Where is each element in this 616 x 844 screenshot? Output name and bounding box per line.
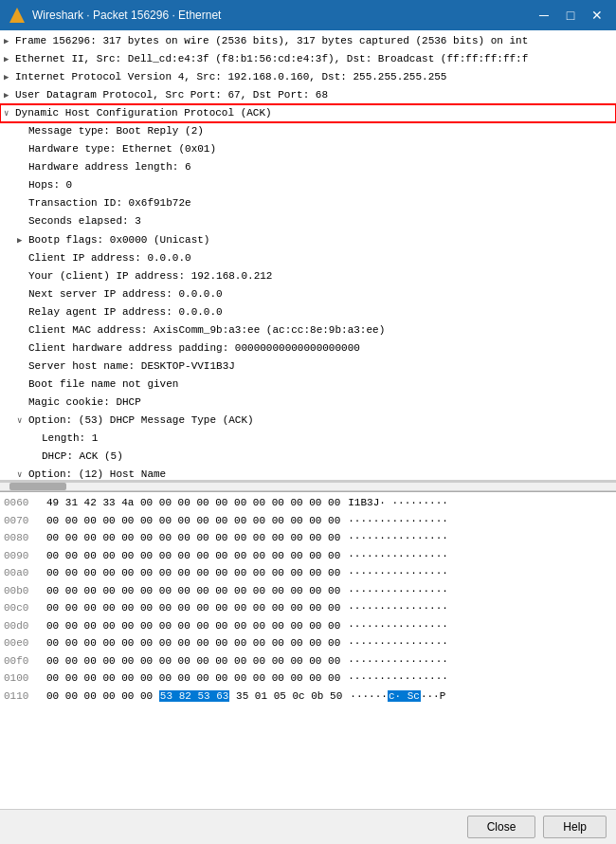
hex-row[interactable]: 011000 00 00 00 00 00 53 82 53 63 35 01 … <box>0 688 616 706</box>
tree-item-text: Ethernet II, Src: Dell_cd:e4:3f (f8:b1:5… <box>15 53 528 64</box>
tree-item-text: Seconds elapsed: 3 <box>28 215 141 227</box>
tree-item-text: Hops: 0 <box>28 179 72 191</box>
hex-row[interactable]: 00f000 00 00 00 00 00 00 00 00 00 00 00 … <box>0 652 616 670</box>
hex-ascii: ················ <box>340 670 448 687</box>
hex-offset: 00a0 <box>4 565 46 581</box>
hex-ascii: ················ <box>340 653 448 670</box>
hex-bytes: 00 00 00 00 00 00 00 00 00 00 00 00 00 0… <box>46 618 340 634</box>
hex-offset: 00d0 <box>4 618 46 634</box>
hex-pane[interactable]: 006049 31 42 33 4a 00 00 00 00 00 00 00 … <box>0 491 616 809</box>
hex-ascii: ················ <box>340 600 448 616</box>
tree-item-eth2[interactable]: ▶ Ethernet II, Src: Dell_cd:e4:3f (f8:b1… <box>0 50 616 68</box>
collapse-arrow[interactable]: ∨ <box>17 415 28 429</box>
hex-offset: 00e0 <box>4 635 46 651</box>
tree-item-text: Client MAC address: AxisComm_9b:a3:ee (a… <box>28 324 385 336</box>
hex-bytes: 00 00 00 00 00 00 00 00 00 00 00 00 00 0… <box>46 600 340 616</box>
tree-item-udp[interactable]: ▶ User Datagram Protocol, Src Port: 67, … <box>0 86 616 104</box>
packet-detail-pane[interactable]: ▶ Frame 156296: 317 bytes on wire (2536 … <box>0 30 616 482</box>
tree-item-text: Frame 156296: 317 bytes on wire (2536 bi… <box>15 35 528 46</box>
tree-item-text: Internet Protocol Version 4, Src: 192.16… <box>15 71 446 83</box>
tree-item-bootp_flags[interactable]: ▶ Bootp flags: 0x0000 (Unicast) <box>0 231 616 249</box>
hex-row[interactable]: 010000 00 00 00 00 00 00 00 00 00 00 00 … <box>0 670 616 688</box>
hex-bytes: 00 00 00 00 00 00 00 00 00 00 00 00 00 0… <box>46 513 340 529</box>
tree-item-magic_cookie[interactable]: Magic cookie: DHCP <box>0 394 616 412</box>
tree-item-ipv4[interactable]: ▶ Internet Protocol Version 4, Src: 192.… <box>0 68 616 86</box>
hex-ascii: ················ <box>340 548 448 564</box>
hex-row[interactable]: 00a000 00 00 00 00 00 00 00 00 00 00 00 … <box>0 564 616 582</box>
minimize-button[interactable]: ─ <box>534 9 553 22</box>
tree-item-txn_id[interactable]: Transaction ID: 0x6f91b72e <box>0 194 616 212</box>
collapse-arrow[interactable]: ▶ <box>4 54 15 67</box>
hex-row[interactable]: 00d000 00 00 00 00 00 00 00 00 00 00 00 … <box>0 617 616 635</box>
footer: Close Help <box>0 809 616 844</box>
close-window-button[interactable]: ✕ <box>588 9 607 22</box>
ascii-highlight: c· Sc <box>388 690 421 702</box>
tree-item-hw_type[interactable]: Hardware type: Ethernet (0x01) <box>0 140 616 158</box>
hex-offset: 0110 <box>4 688 46 705</box>
maximize-button[interactable]: □ <box>561 9 580 22</box>
tree-item-your_ip[interactable]: Your (client) IP address: 192.168.0.212 <box>0 267 616 285</box>
tree-item-text: Relay agent IP address: 0.0.0.0 <box>28 306 223 318</box>
hex-row[interactable]: 00b000 00 00 00 00 00 00 00 00 00 00 00 … <box>0 582 616 600</box>
hex-highlight: 53 82 53 63 <box>159 690 230 702</box>
window-title: Wireshark · Packet 156296 · Ethernet <box>32 9 221 22</box>
tree-item-opt53_val[interactable]: DHCP: ACK (5) <box>0 448 616 466</box>
title-controls[interactable]: ─ □ ✕ <box>534 9 607 22</box>
tree-item-text: Transaction ID: 0x6f91b72e <box>28 197 191 209</box>
hex-ascii: ················ <box>340 583 448 599</box>
tree-item-text: Dynamic Host Configuration Protocol (ACK… <box>15 107 272 119</box>
tree-item-client_ip[interactable]: Client IP address: 0.0.0.0 <box>0 249 616 267</box>
tree-item-opt12[interactable]: ∨ Option: (12) Host Name <box>0 466 616 482</box>
main-content: ▶ Frame 156296: 317 bytes on wire (2536 … <box>0 30 616 809</box>
collapse-arrow[interactable]: ▶ <box>17 235 28 248</box>
hex-ascii: ················ <box>340 635 448 651</box>
hex-ascii: I1B3J· ········· <box>340 495 448 511</box>
collapse-arrow[interactable]: ∨ <box>4 108 15 121</box>
tree-item-frame[interactable]: ▶ Frame 156296: 317 bytes on wire (2536 … <box>0 32 616 50</box>
horizontal-scrollbar[interactable] <box>0 482 616 491</box>
hex-ascii: ················ <box>340 565 448 581</box>
tree-item-opt53[interactable]: ∨ Option: (53) DHCP Message Type (ACK) <box>0 412 616 430</box>
help-button[interactable]: Help <box>543 816 607 838</box>
tree-item-client_mac[interactable]: Client MAC address: AxisComm_9b:a3:ee (a… <box>0 321 616 339</box>
tree-item-text: Option: (12) Host Name <box>28 468 166 480</box>
hex-offset: 0090 <box>4 548 46 564</box>
close-button[interactable]: Close <box>467 816 536 838</box>
hex-row[interactable]: 00c000 00 00 00 00 00 00 00 00 00 00 00 … <box>0 599 616 617</box>
tree-item-text: User Datagram Protocol, Src Port: 67, Ds… <box>15 89 328 101</box>
collapse-arrow[interactable]: ▶ <box>4 90 15 103</box>
tree-item-server_host[interactable]: Server host name: DESKTOP-VVI1B3J <box>0 358 616 376</box>
hex-row[interactable]: 008000 00 00 00 00 00 00 00 00 00 00 00 … <box>0 529 616 547</box>
tree-item-text: Length: 1 <box>42 432 98 444</box>
tree-item-hw_len[interactable]: Hardware address length: 6 <box>0 158 616 176</box>
tree-item-opt53_len[interactable]: Length: 1 <box>0 430 616 448</box>
tree-item-msg_type[interactable]: Message type: Boot Reply (2) <box>0 122 616 140</box>
collapse-arrow[interactable]: ▶ <box>4 72 15 85</box>
hex-row[interactable]: 009000 00 00 00 00 00 00 00 00 00 00 00 … <box>0 547 616 565</box>
hex-bytes: 00 00 00 00 00 00 53 82 53 63 35 01 05 0… <box>46 688 342 705</box>
hex-row[interactable]: 00e000 00 00 00 00 00 00 00 00 00 00 00 … <box>0 634 616 652</box>
title-bar-left: Wireshark · Packet 156296 · Ethernet <box>9 8 221 23</box>
hex-bytes: 00 00 00 00 00 00 00 00 00 00 00 00 00 0… <box>46 548 340 564</box>
tree-item-secs[interactable]: Seconds elapsed: 3 <box>0 212 616 230</box>
hex-row[interactable]: 007000 00 00 00 00 00 00 00 00 00 00 00 … <box>0 512 616 530</box>
scroll-thumb[interactable] <box>9 483 66 490</box>
tree-item-hops[interactable]: Hops: 0 <box>0 176 616 194</box>
hex-row[interactable]: 006049 31 42 33 4a 00 00 00 00 00 00 00 … <box>0 494 616 512</box>
collapse-arrow[interactable]: ∨ <box>17 469 28 482</box>
tree-item-text: Magic cookie: DHCP <box>28 396 141 408</box>
hex-bytes: 49 31 42 33 4a 00 00 00 00 00 00 00 00 0… <box>46 495 340 511</box>
tree-item-next_server_ip[interactable]: Next server IP address: 0.0.0.0 <box>0 285 616 303</box>
tree-item-relay_ip[interactable]: Relay agent IP address: 0.0.0.0 <box>0 303 616 321</box>
tree-item-text: Your (client) IP address: 192.168.0.212 <box>28 270 272 282</box>
tree-item-boot_file[interactable]: Boot file name not given <box>0 376 616 394</box>
tree-item-client_hw_pad[interactable]: Client hardware address padding: 0000000… <box>0 339 616 358</box>
tree-item-text: Option: (53) DHCP Message Type (ACK) <box>28 414 254 426</box>
hex-ascii: ······c· Sc···P <box>342 688 445 705</box>
collapse-arrow[interactable]: ▶ <box>4 36 15 49</box>
hex-offset: 00f0 <box>4 653 46 670</box>
tree-item-text: Message type: Boot Reply (2) <box>28 125 204 137</box>
hex-ascii: ················ <box>340 530 448 546</box>
hex-bytes: 00 00 00 00 00 00 00 00 00 00 00 00 00 0… <box>46 565 340 581</box>
tree-item-dhcp_header[interactable]: ∨ Dynamic Host Configuration Protocol (A… <box>0 104 616 122</box>
